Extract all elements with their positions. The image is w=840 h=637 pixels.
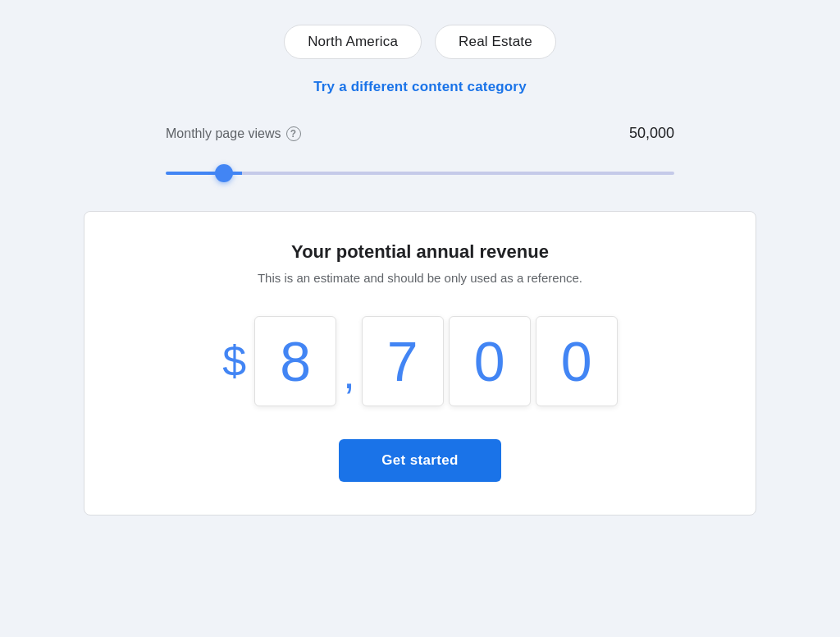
tags-row: North America Real Estate [284,25,556,59]
try-category-link[interactable]: Try a different content category [313,79,527,95]
digit-box-3: 0 [536,316,618,406]
dollar-sign: $ [222,337,246,386]
slider-header: Monthly page views ? 50,000 [166,125,674,142]
pageviews-slider[interactable] [166,172,674,175]
digit-box-2: 0 [449,316,531,406]
revenue-card: Your potential annual revenue This is an… [84,211,756,516]
digit-comma-1: , [343,349,354,406]
slider-value: 50,000 [629,125,674,142]
category-tag[interactable]: Real Estate [435,25,556,59]
digit-box-0: 8 [254,316,336,406]
slider-label-text: Monthly page views [166,126,281,141]
get-started-button[interactable]: Get started [339,439,501,482]
help-icon[interactable]: ? [286,126,301,141]
revenue-subtitle: This is an estimate and should be only u… [258,271,582,285]
revenue-display: $ 8 , 7 0 0 [222,316,617,406]
revenue-title: Your potential annual revenue [291,241,549,263]
digit-box-1: 7 [362,316,444,406]
region-tag[interactable]: North America [284,25,422,59]
slider-track-wrapper [166,158,674,175]
slider-label: Monthly page views ? [166,126,301,141]
slider-section: Monthly page views ? 50,000 [166,125,674,175]
